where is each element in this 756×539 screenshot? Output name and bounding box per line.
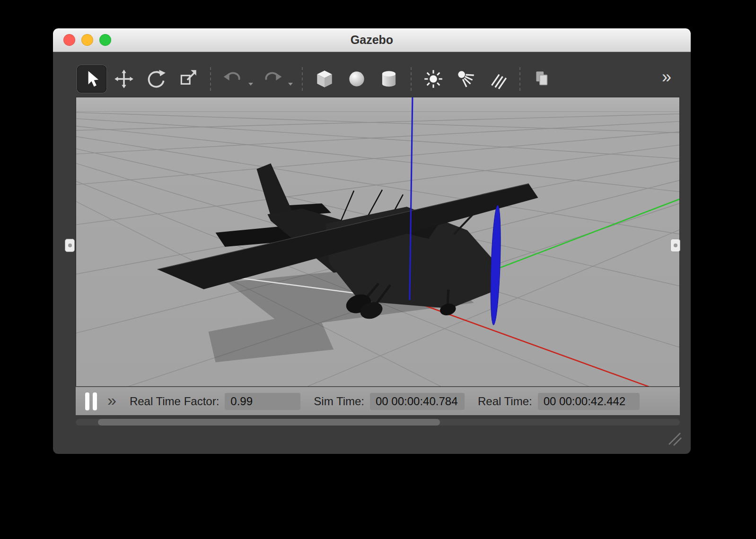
translate-tool[interactable] (109, 65, 139, 93)
redo-arrow-icon (262, 68, 283, 90)
rotate-arrows-icon (145, 68, 167, 90)
gazebo-window: Gazebo (53, 28, 691, 454)
title-bar[interactable]: Gazebo (53, 28, 691, 52)
insert-box-button[interactable] (310, 65, 339, 93)
select-tool[interactable] (77, 65, 106, 93)
sphere-icon (346, 68, 368, 90)
desktop-background: Gazebo (0, 0, 756, 539)
undo-dropdown-caret-icon[interactable] (248, 82, 254, 86)
scale-arrows-icon (177, 68, 199, 90)
toolbar-separator (302, 67, 303, 91)
redo-dropdown-caret-icon[interactable] (288, 82, 293, 86)
step-button[interactable]: » (107, 392, 116, 408)
horizontal-scrollbar-track[interactable] (76, 419, 680, 426)
point-light-icon (422, 68, 444, 90)
directional-light-icon (487, 68, 509, 90)
sim-time-value: 00 00:00:40.784 (370, 393, 465, 410)
toolbar-separator (411, 67, 412, 91)
real-time-value: 00 00:00:42.442 (538, 393, 640, 410)
window-resize-grip[interactable] (667, 431, 682, 446)
directional-light-button[interactable] (483, 65, 512, 93)
copy-icon (531, 68, 553, 90)
toolbar-overflow-button[interactable]: » (658, 69, 675, 89)
point-light-button[interactable] (419, 65, 448, 93)
pause-icon (85, 392, 89, 410)
minimize-button[interactable] (81, 34, 93, 46)
handle-dot (674, 243, 677, 247)
toolbar-separator (519, 67, 520, 91)
cylinder-icon (378, 68, 400, 90)
resize-grip-icon (667, 431, 682, 446)
undo-button[interactable] (218, 65, 247, 93)
copy-button[interactable] (527, 65, 557, 93)
right-panel-splitter-handle[interactable] (670, 239, 680, 252)
render-viewport[interactable] (76, 97, 680, 387)
pause-button[interactable] (85, 392, 97, 410)
sim-time-label: Sim Time: (314, 395, 364, 408)
insert-cylinder-button[interactable] (374, 65, 404, 93)
real-time-label: Real Time: (478, 395, 532, 408)
left-panel-splitter-handle[interactable] (65, 239, 75, 252)
toolbar-separator (210, 67, 211, 91)
rotate-tool[interactable] (141, 65, 171, 93)
pause-icon (93, 392, 97, 410)
redo-button[interactable] (258, 65, 287, 93)
simulation-status-bar: » Real Time Factor: 0.99 Sim Time: 00 00… (76, 387, 680, 415)
horizontal-scrollbar-thumb[interactable] (98, 419, 440, 426)
zoom-button[interactable] (99, 34, 111, 46)
cube-icon (314, 68, 335, 90)
window-title: Gazebo (351, 33, 393, 47)
scale-tool[interactable] (174, 65, 203, 93)
undo-arrow-icon (222, 68, 244, 90)
real-time-factor-label: Real Time Factor: (130, 395, 219, 408)
spot-light-icon (455, 68, 476, 90)
main-toolbar: » (76, 64, 680, 94)
move-arrows-icon (113, 68, 135, 90)
handle-dot (68, 243, 72, 247)
close-button[interactable] (63, 34, 75, 46)
insert-sphere-button[interactable] (342, 65, 371, 93)
real-time-factor-value: 0.99 (225, 393, 300, 410)
3d-scene[interactable] (76, 97, 679, 386)
spot-light-button[interactable] (451, 65, 480, 93)
window-controls (63, 34, 111, 46)
cursor-arrow-icon (81, 68, 103, 90)
